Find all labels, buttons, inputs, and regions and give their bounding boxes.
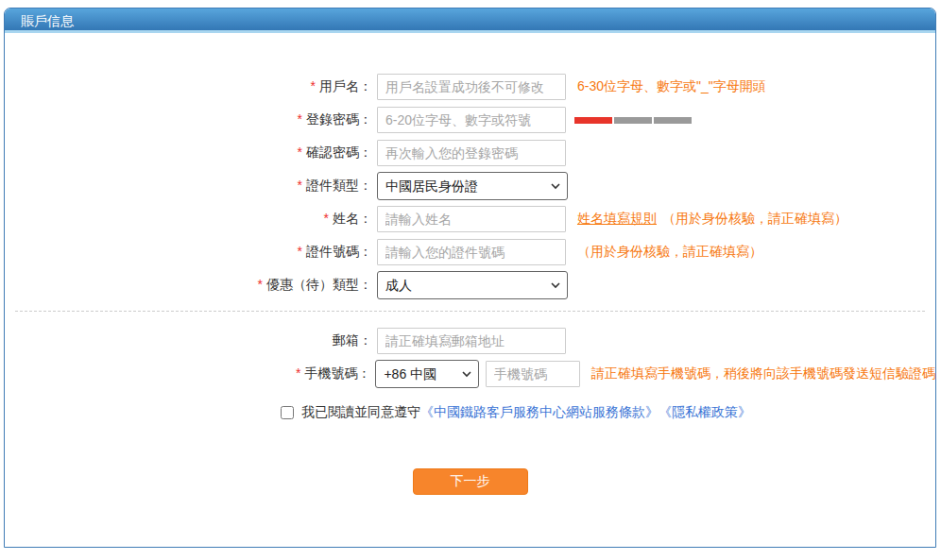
country-code-select-wrap: +86 中國 — [375, 360, 479, 388]
confirm-password-input[interactable] — [377, 140, 566, 166]
id-type-label: *證件類型： — [5, 178, 377, 195]
name-hint: （用於身份核驗，請正確填寫） — [662, 211, 847, 228]
id-number-input[interactable] — [377, 239, 566, 265]
agreement-row: 我已閱讀並同意遵守 《中國鐵路客戶服務中心網站服務條款》 《隱私權政策》 — [281, 404, 935, 421]
username-hint: 6-30位字母、數字或"_"字母開頭 — [577, 78, 766, 95]
phone-number-input[interactable] — [486, 361, 580, 387]
required-mark: * — [298, 244, 302, 259]
next-step-button[interactable]: 下一步 — [413, 468, 528, 495]
agreement-checkbox[interactable] — [281, 406, 294, 419]
required-mark: * — [296, 365, 300, 381]
button-row: 下一步 — [5, 468, 935, 495]
id-number-row: *證件號碼： （用於身份核驗，請正確填寫） — [5, 238, 935, 266]
agreement-text: 我已閱讀並同意遵守 — [301, 404, 420, 421]
strength-segment — [614, 117, 652, 124]
section-divider — [15, 311, 925, 312]
required-mark: * — [298, 178, 302, 193]
confirm-password-row: *確認密碼： — [5, 139, 935, 167]
account-form: *用戶名： 6-30位字母、數字或"_"字母開頭 *登錄密碼： — [5, 33, 935, 495]
country-code-select[interactable]: +86 中國 — [375, 360, 479, 388]
registration-page: 賬戶信息 *用戶名： 6-30位字母、數字或"_"字母開頭 *登錄密碼： — [0, 0, 941, 560]
password-label: *登錄密碼： — [5, 111, 377, 128]
phone-row: *手機號碼： +86 中國 請正確填寫手機號碼，稍後將向該手機號碼發送短信驗證碼 — [5, 360, 935, 388]
name-input[interactable] — [377, 206, 566, 232]
username-row: *用戶名： 6-30位字母、數字或"_"字母開頭 — [5, 73, 935, 101]
id-type-row: *證件類型： 中國居民身份證 — [5, 172, 935, 200]
username-input[interactable] — [377, 74, 566, 100]
phone-hint: 請正確填寫手機號碼，稍後將向該手機號碼發送短信驗證碼 — [591, 365, 935, 382]
panel-title: 賬戶信息 — [5, 8, 935, 33]
name-row: *姓名： 姓名填寫規則 （用於身份核驗，請正確填寫） — [5, 205, 935, 233]
terms-link[interactable]: 《中國鐵路客戶服務中心網站服務條款》 — [420, 404, 659, 421]
required-mark: * — [324, 211, 329, 226]
email-row: 郵箱： — [5, 327, 935, 355]
account-info-panel: 賬戶信息 *用戶名： 6-30位字母、數字或"_"字母開頭 *登錄密碼： — [4, 8, 936, 548]
strength-segment-active — [574, 117, 612, 124]
id-type-select[interactable]: 中國居民身份證 — [377, 172, 568, 200]
privacy-link[interactable]: 《隱私權政策》 — [659, 404, 751, 421]
password-input[interactable] — [377, 107, 566, 133]
password-row: *登錄密碼： — [5, 106, 935, 134]
email-input[interactable] — [377, 328, 566, 354]
id-type-select-wrap: 中國居民身份證 — [377, 172, 568, 200]
name-rule-link[interactable]: 姓名填寫規則 — [577, 211, 657, 228]
name-label: *姓名： — [5, 211, 377, 228]
passenger-type-select[interactable]: 成人 — [377, 271, 568, 299]
passenger-type-label: *優惠（待）類型： — [5, 277, 377, 294]
id-number-hint: （用於身份核驗，請正確填寫） — [577, 244, 762, 261]
password-strength-meter — [574, 117, 693, 124]
username-label: *用戶名： — [5, 78, 377, 95]
id-number-label: *證件號碼： — [5, 244, 377, 261]
required-mark: * — [258, 277, 263, 292]
passenger-type-select-wrap: 成人 — [377, 271, 568, 299]
passenger-type-row: *優惠（待）類型： 成人 — [5, 271, 935, 299]
strength-segment — [654, 117, 692, 124]
confirm-password-label: *確認密碼： — [5, 144, 377, 161]
required-mark: * — [311, 78, 316, 93]
email-label: 郵箱： — [5, 332, 377, 349]
required-mark: * — [298, 144, 302, 160]
required-mark: * — [298, 111, 302, 127]
phone-label: *手機號碼： — [5, 365, 375, 382]
